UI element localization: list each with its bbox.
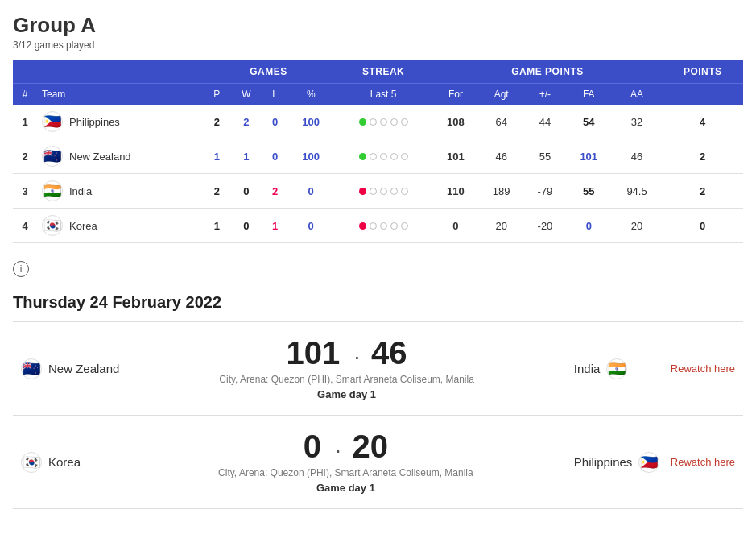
streak-dot-empty [390,188,398,195]
streak-dot-empty [401,153,408,160]
streak-dot-empty [380,188,387,195]
for-cell: 110 [433,174,479,209]
match-score: 101 · 46 [119,337,573,369]
points-cell: 2 [662,139,743,174]
aa-cell: 20 [612,209,663,243]
th-games: GAMES [203,60,333,84]
score-home: 0 [304,429,321,464]
points-cell: 0 [662,209,743,243]
rank-cell: 2 [13,139,37,174]
home-team-name: Korea [48,455,81,469]
games-played-cell: 2 [203,174,230,209]
col-w: W [230,84,262,106]
team-cell: 🇳🇿 New Zealand [37,139,203,174]
streak-cell [334,139,433,174]
score-away: 46 [371,335,407,371]
games-played-cell: 1 [203,139,230,174]
pm-cell: -20 [524,209,566,243]
points-cell: 4 [662,105,743,139]
table-row: 2 🇳🇿 New Zealand 1 1 0 100 101 46 55 101… [13,139,743,174]
fa-cell: 54 [566,105,612,139]
away-team-name: India [574,362,601,375]
table-row: 1 🇵🇭 Philippines 2 2 0 100 108 64 44 54 … [13,105,743,139]
pct-cell: 100 [288,105,334,139]
wins-cell: 0 [230,209,262,243]
agt-cell: 20 [478,209,524,243]
match-team-home: 🇳🇿 New Zealand [21,358,119,379]
col-team-header: Team [37,84,203,106]
home-flag: 🇰🇷 [21,452,42,473]
agt-cell: 189 [478,174,524,209]
score-away: 20 [353,429,389,464]
standings-table: GAMES STREAK GAME POINTS POINTS # Team P… [13,60,743,243]
team-name: New Zealand [69,151,131,163]
home-team-name: New Zealand [48,362,119,375]
match-card: 🇰🇷 Korea 0 · 20 City, Arena: Quezon (PHI… [13,416,743,509]
away-team-name: Philippines [574,455,633,469]
for-cell: 108 [433,105,479,139]
aa-cell: 94.5 [612,174,663,209]
losses-cell: 2 [262,174,287,209]
streak-dot-empty [401,188,408,195]
for-cell: 101 [433,139,479,174]
col-for: For [433,84,479,106]
score-home: 101 [287,335,341,371]
streak-cell [334,174,433,209]
col-last5: Last 5 [334,84,433,106]
team-flag: 🇮🇳 [42,180,63,201]
match-venue: City, Arena: Quezon (PHI), Smart Araneta… [119,372,573,387]
pm-cell: -79 [524,174,566,209]
rank-cell: 1 [13,105,37,139]
streak-cell [334,105,433,139]
pct-cell: 0 [288,209,334,243]
info-icon[interactable]: i [13,261,29,277]
match-score-block: 101 · 46 City, Arena: Quezon (PHI), Smar… [119,337,573,400]
team-name: Philippines [69,116,120,128]
rank-cell: 4 [13,209,37,243]
games-played-cell: 2 [203,105,230,139]
score-dash: · [335,437,348,462]
match-team-away: India 🇮🇳 [574,358,671,379]
col-agt: Agt [478,84,524,106]
away-flag: 🇮🇳 [606,358,627,379]
streak-dot-win [359,153,366,160]
streak-dot-loss [359,222,366,230]
pct-cell: 100 [288,139,334,174]
team-cell: 🇵🇭 Philippines [37,105,203,139]
streak-cell [334,209,433,243]
rewatch-link[interactable]: Rewatch here [671,362,735,375]
table-row: 3 🇮🇳 India 2 0 2 0 110 189 -79 55 94.5 2 [13,174,743,209]
match-gameday: Game day 1 [119,388,573,400]
match-venue: City, Arena: Quezon (PHI), Smart Araneta… [118,466,574,480]
agt-cell: 64 [478,105,524,139]
wins-cell: 2 [230,105,262,139]
pct-cell: 0 [288,174,334,209]
streak-dot-win [359,118,366,126]
aa-cell: 46 [612,139,663,174]
match-team-away: Philippines 🇵🇭 [574,452,671,473]
section-date: Thursday 24 February 2022 [13,293,743,312]
streak-dot-empty [390,118,398,126]
table-row: 4 🇰🇷 Korea 1 0 1 0 0 20 -20 0 20 0 [13,209,743,243]
th-game-points: GAME POINTS [433,60,663,84]
match-score: 0 · 20 [118,430,574,462]
matches-container: 🇳🇿 New Zealand 101 · 46 City, Arena: Que… [13,321,743,509]
losses-cell: 0 [262,105,287,139]
team-flag: 🇰🇷 [42,215,63,236]
aa-cell: 32 [612,105,663,139]
wins-cell: 0 [230,174,262,209]
col-fa: FA [566,84,612,106]
match-gameday: Game day 1 [118,482,574,494]
team-name: Korea [69,220,97,232]
team-flag: 🇵🇭 [42,111,63,132]
streak-dot-empty [380,222,387,230]
score-dash: · [353,344,366,369]
fa-cell: 55 [566,174,612,209]
streak-dot-loss [359,188,366,195]
streak-dot-empty [401,222,408,230]
games-played-cell: 1 [203,209,230,243]
match-team-home: 🇰🇷 Korea [21,452,118,473]
team-cell: 🇰🇷 Korea [37,209,203,243]
rewatch-link[interactable]: Rewatch here [671,456,735,468]
away-flag: 🇵🇭 [638,452,659,473]
